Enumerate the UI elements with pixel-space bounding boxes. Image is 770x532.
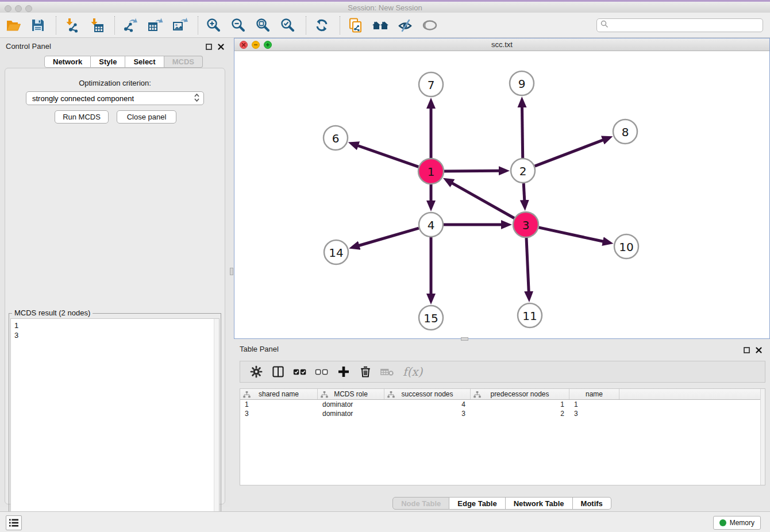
graph-node-7[interactable]: 7 bbox=[419, 72, 443, 97]
mcds-panel: Optimization criterion: strongly connect… bbox=[5, 68, 225, 504]
graph-node-9[interactable]: 9 bbox=[510, 71, 534, 95]
graph-node-4[interactable]: 4 bbox=[419, 213, 443, 237]
close-panel-icon[interactable] bbox=[218, 42, 224, 52]
tab-node-table[interactable]: Node Table bbox=[392, 497, 449, 510]
export-network-icon[interactable] bbox=[122, 17, 139, 34]
toggle-labels-icon[interactable] bbox=[396, 17, 414, 34]
column-header-mcds-role[interactable]: MCDS role bbox=[318, 389, 384, 399]
close-table-panel-icon[interactable] bbox=[756, 345, 762, 356]
panel-splitter-handle[interactable] bbox=[230, 268, 233, 275]
cell-shared-name[interactable]: 1 bbox=[240, 400, 318, 409]
svg-text:6: 6 bbox=[332, 132, 340, 145]
gear-icon[interactable] bbox=[248, 363, 265, 380]
table-header-row: shared name MCDS role successor nodes pr… bbox=[240, 389, 765, 400]
graph-edge-4-14[interactable] bbox=[359, 228, 419, 245]
run-mcds-button[interactable]: Run MCDS bbox=[55, 110, 109, 124]
graph-node-11[interactable]: 11 bbox=[518, 303, 542, 327]
graph-edge-1-6[interactable] bbox=[358, 146, 419, 167]
add-column-icon[interactable] bbox=[335, 363, 352, 380]
cell-predecessor-nodes[interactable]: 1 bbox=[471, 400, 569, 409]
table-scrollbar[interactable] bbox=[760, 389, 765, 485]
cell-mcds-role[interactable]: dominator bbox=[318, 409, 384, 418]
graph-edge-2-3[interactable] bbox=[523, 183, 525, 201]
deselect-all-icon[interactable] bbox=[313, 363, 330, 380]
duplicate-network-icon[interactable] bbox=[347, 17, 364, 34]
column-header-name[interactable]: name bbox=[569, 389, 619, 399]
tab-edge-table[interactable]: Edge Table bbox=[449, 497, 505, 510]
delete-table-icon[interactable] bbox=[379, 363, 396, 380]
graph-edge-1-2[interactable] bbox=[444, 171, 499, 171]
zoom-in-icon[interactable] bbox=[205, 17, 222, 34]
save-session-icon[interactable] bbox=[29, 17, 47, 34]
home-icon[interactable] bbox=[372, 17, 389, 34]
table-row[interactable]: 1 dominator 4 1 1 bbox=[240, 400, 765, 409]
dropdown-stepper-icon bbox=[194, 93, 200, 104]
tree-icon bbox=[243, 391, 251, 400]
import-network-icon[interactable] bbox=[63, 17, 80, 34]
export-table-icon[interactable] bbox=[147, 17, 164, 34]
graph-node-8[interactable]: 8 bbox=[613, 119, 637, 144]
graph-node-15[interactable]: 15 bbox=[419, 306, 443, 330]
tree-icon bbox=[387, 391, 395, 400]
cell-mcds-role[interactable]: dominator bbox=[318, 400, 384, 409]
column-header-successor-nodes[interactable]: successor nodes bbox=[384, 389, 471, 399]
select-all-icon[interactable] bbox=[291, 363, 309, 380]
table-row[interactable]: 3 dominator 3 2 3 bbox=[240, 409, 765, 418]
result-scrollbar[interactable] bbox=[214, 319, 219, 528]
delete-icon[interactable] bbox=[357, 363, 374, 380]
graph-edge-2-9[interactable] bbox=[522, 107, 523, 158]
criterion-dropdown[interactable]: strongly connected component bbox=[26, 91, 204, 105]
tab-network-table[interactable]: Network Table bbox=[506, 497, 573, 510]
column-header-shared-name[interactable]: shared name bbox=[240, 389, 318, 399]
cell-successor-nodes[interactable]: 4 bbox=[384, 400, 471, 409]
graph-node-10[interactable]: 10 bbox=[614, 234, 638, 259]
search-input[interactable] bbox=[609, 20, 763, 31]
task-history-button[interactable] bbox=[6, 515, 22, 530]
split-column-icon[interactable] bbox=[270, 363, 287, 380]
cell-shared-name[interactable]: 3 bbox=[240, 409, 318, 418]
refresh-icon[interactable] bbox=[313, 17, 330, 34]
eye-icon[interactable] bbox=[421, 17, 438, 34]
open-session-icon[interactable] bbox=[5, 17, 22, 34]
column-header-predecessor-nodes[interactable]: predecessor nodes bbox=[471, 389, 569, 399]
graph-node-3[interactable]: 3 bbox=[513, 212, 538, 237]
cell-successor-nodes[interactable]: 3 bbox=[384, 409, 471, 418]
tab-style[interactable]: Style bbox=[91, 56, 125, 68]
network-view-window: scc.txt 7968124314101511 bbox=[234, 38, 770, 339]
graph-edge-2-8[interactable] bbox=[535, 140, 603, 167]
network-window-titlebar[interactable]: scc.txt bbox=[234, 38, 769, 51]
cell-predecessor-nodes[interactable]: 2 bbox=[471, 409, 569, 418]
graph-edge-3-11[interactable] bbox=[526, 238, 529, 292]
tab-motifs[interactable]: Motifs bbox=[573, 497, 611, 510]
float-table-panel-icon[interactable] bbox=[744, 345, 750, 356]
graph-edge-3-10[interactable] bbox=[539, 228, 603, 241]
search-icon bbox=[600, 20, 609, 30]
graph-node-2[interactable]: 2 bbox=[511, 159, 535, 183]
import-table-icon[interactable] bbox=[88, 17, 105, 34]
export-image-icon[interactable] bbox=[171, 17, 188, 34]
memory-button[interactable]: Memory bbox=[713, 516, 761, 530]
cell-name[interactable]: 1 bbox=[569, 400, 619, 409]
graph-node-6[interactable]: 6 bbox=[324, 126, 348, 150]
window-splitter-handle[interactable] bbox=[461, 337, 468, 341]
table-tabs: Node Table Edge Table Network Table Moti… bbox=[234, 497, 770, 510]
function-builder-icon[interactable]: f(x) bbox=[403, 365, 422, 379]
close-panel-button[interactable]: Close panel bbox=[117, 110, 176, 124]
graph-edge-3-1[interactable] bbox=[452, 183, 514, 218]
graph-node-14[interactable]: 14 bbox=[324, 240, 348, 264]
graph-node-1[interactable]: 1 bbox=[418, 159, 444, 184]
tab-select[interactable]: Select bbox=[125, 56, 164, 68]
app-titlebar: Session: New Session bbox=[0, 0, 770, 13]
tab-mcds[interactable]: MCDS bbox=[164, 56, 203, 68]
zoom-fit-icon[interactable] bbox=[255, 17, 272, 34]
svg-text:3: 3 bbox=[522, 218, 530, 232]
network-canvas[interactable]: 7968124314101511 bbox=[234, 51, 769, 338]
search-box[interactable] bbox=[596, 18, 763, 32]
mcds-result-list[interactable]: 1 3 bbox=[10, 318, 220, 529]
float-panel-icon[interactable] bbox=[206, 42, 212, 52]
zoom-selected-icon[interactable] bbox=[279, 17, 297, 34]
cell-name[interactable]: 3 bbox=[569, 409, 619, 418]
status-bar: Memory bbox=[0, 511, 770, 532]
tab-network[interactable]: Network bbox=[44, 56, 91, 68]
zoom-out-icon[interactable] bbox=[230, 17, 247, 34]
